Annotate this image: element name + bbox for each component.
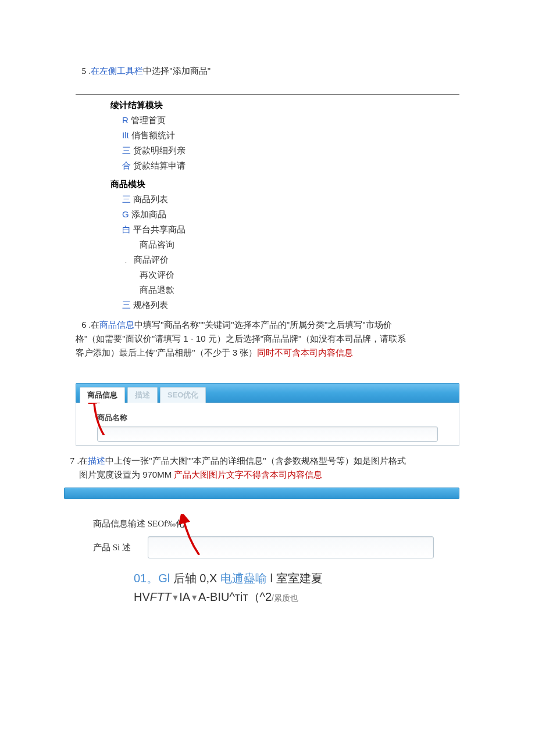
toolbar-text: /累质也 [272,593,298,603]
toolbar-text: IU^тiт [217,590,248,603]
arrow-annotation-icon [169,514,209,555]
sidebar-item-label: 商品退款 [140,285,174,295]
sidebar-group-title: 绫计结算模块 [110,98,459,112]
sidebar-item-settlement-apply[interactable]: 合货款结算申请 [110,159,459,173]
step-5-number: 5 [76,64,86,78]
sidebar-item-label: 货款明细列亲 [133,145,186,155]
sidebar-item-admin-home[interactable]: R管理首页 [110,113,459,127]
menu-icon: R [122,115,129,125]
sidebar-item-product-list[interactable]: 三商品列表 [110,192,459,206]
dropdown-icon: ▼ [190,593,198,602]
sidebar-subitem-refund[interactable]: 商品退款 [110,283,459,297]
editor-tabs-text: 商品信息输述 SEOf‰化 [93,517,459,531]
step-6-warning: 同时不可含本司内容信息 [257,347,353,357]
sidebar-subitem-review[interactable]: 。商品评价 [110,253,459,267]
sidebar-item-label: 货款结算申请 [133,160,186,170]
menu-icon: 三 [122,300,131,310]
tabs-bar: 商品信息 描述 SEO优化 [76,383,459,403]
sidebar-item-label: 平台共享商品 [133,224,186,234]
product-info-tabs: 商品信息 描述 SEO优化 商品名称 [76,383,459,446]
menu-icon: 三 [122,145,131,155]
sidebar-item-label: 再次评价 [140,270,174,280]
sidebar-subitem-re-review[interactable]: 再次评价 [110,268,459,282]
menu-icon: 三 [122,194,131,204]
sidebar-item-payment-detail[interactable]: 三货款明细列亲 [110,144,459,157]
step-7-link: 描述 [88,456,105,465]
toolbar-text: 电逋蠱喻 [220,572,267,585]
step-6-link: 商品信息 [99,320,134,329]
sidebar-subitem-consult[interactable]: 商品咨询 [110,238,459,252]
menu-icon: Ilt [122,130,129,140]
tab-product-info[interactable]: 商品信息 [80,387,125,403]
sidebar-item-label: 商品咨询 [140,239,174,249]
menu-icon: 合 [122,160,131,170]
sidebar-item-label: 规格列表 [133,300,168,310]
toolbar-text: HV [134,590,150,603]
step-7-warning: 产品大图图片文字不得含本司内容信息 [174,470,322,479]
editor-area: 产品 Si 述 [93,536,459,558]
sidebar-item-spec-list[interactable]: 三规格列表 [110,298,459,312]
toolbar-text-italic: FTT [150,590,172,603]
sidebar-item-label: 商品评价 [134,255,169,264]
toolbar-text: 后轴 0,X [170,572,220,585]
sidebar-item-label: 管理首页 [131,115,166,125]
toolbar-text: IA [179,590,190,603]
step-6: 6 .在商品信息中填写"商品名称""关键词"选择本产品的"所属分类"之后填写"市… [76,318,459,360]
step-5: 5 .在左侧工具栏中选择"添加商品" [76,64,459,78]
toolbar-text: A-B [198,590,217,603]
product-name-label: 商品名称 [97,412,451,424]
blue-header-bar [64,488,459,499]
menu-icon: 白 [122,224,131,234]
toolbar-text: 01。Gl [134,572,170,585]
sidebar-group-title: 商品模块 [110,177,459,191]
divider [76,94,459,95]
step-6-number: 6 [76,318,86,332]
dropdown-icon: ▼ [171,593,179,602]
sidebar-item-label: 商品列表 [133,194,168,204]
sidebar-item-label: 添加商品 [131,209,166,219]
step-5-link: 在左侧工具栏 [91,66,143,76]
toolbar-text: （^2 [248,590,272,603]
step-7: 7 .在描述中上传一张"产品大图""本产品的详细信息"（含参数规格型号等）如是图… [64,454,459,482]
tab-seo[interactable]: SEO优化 [160,387,206,403]
menu-icon: G [122,209,129,219]
sidebar-item-label: 俏售额统计 [131,130,175,140]
step-7-number: 7 [64,454,74,468]
sidebar-item-add-product[interactable]: G添加商品 [110,207,459,221]
sidebar-item-platform-share[interactable]: 白平台共享商品 [110,223,459,237]
sidebar-screenshot: 绫计结算模块 R管理首页 Ilt俏售额统计 三货款明细列亲 合货款结算申请 商品… [76,98,459,312]
tab-description[interactable]: 描述 [127,387,158,403]
product-name-input[interactable] [97,427,438,442]
rich-text-toolbar: 01。Gl 后轴 0,X 电逋蠱喻 l 室室建夏 HVFTT▼IA▼A-BIU^… [134,569,459,606]
toolbar-text: l 室室建夏 [267,572,323,585]
product-desc-label: 产品 Si 述 [93,540,145,554]
sidebar-item-sales-stats[interactable]: Ilt俏售额统计 [110,128,459,142]
bullet-icon: 。 [124,257,130,264]
